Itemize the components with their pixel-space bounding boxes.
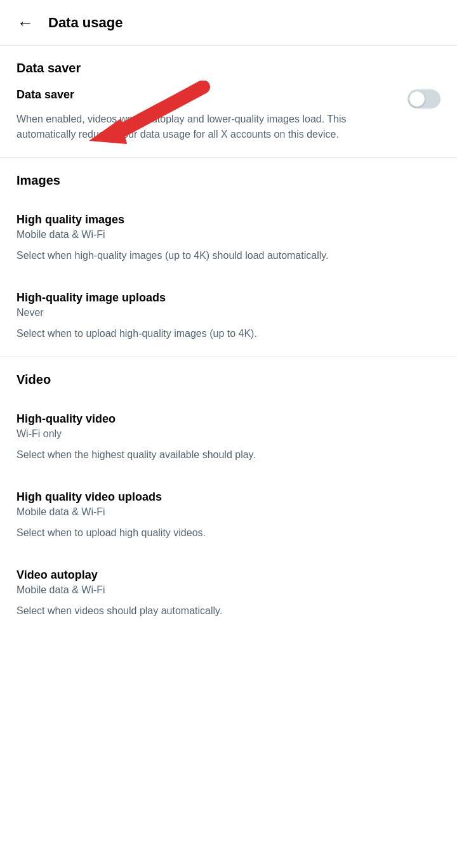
data-saver-toggle[interactable] [407,89,440,109]
data-saver-setting-row: Data saver When enabled, videos won't au… [17,88,440,157]
high-quality-video-description: Select when the highest quality availabl… [17,440,440,478]
video-autoplay-item[interactable]: Video autoplay Mobile data & Wi-Fi [17,556,440,596]
page-title: Data usage [48,15,123,31]
high-quality-video-item[interactable]: High-quality video Wi-Fi only [17,400,440,440]
high-quality-video-value: Wi-Fi only [17,428,440,440]
toggle-knob [409,91,425,107]
high-quality-images-item[interactable]: High quality images Mobile data & Wi-Fi [17,201,440,240]
high-quality-video-name: High-quality video [17,412,440,426]
high-quality-video-uploads-item[interactable]: High quality video uploads Mobile data &… [17,478,440,518]
images-section-title: Images [17,173,440,188]
high-quality-images-description: Select when high-quality images (up to 4… [17,240,440,279]
high-quality-image-uploads-name: High-quality image uploads [17,291,440,305]
data-saver-name: Data saver [17,88,395,102]
video-autoplay-description: Select when videos should play automatic… [17,596,440,634]
data-saver-section-title: Data saver [17,61,440,76]
data-saver-toggle-container[interactable] [407,88,440,109]
high-quality-video-uploads-value: Mobile data & Wi-Fi [17,506,440,518]
video-autoplay-value: Mobile data & Wi-Fi [17,584,440,596]
high-quality-images-name: High quality images [17,213,440,227]
images-section: Images High quality images Mobile data &… [0,158,457,357]
high-quality-video-uploads-description: Select when to upload high quality video… [17,518,440,556]
data-saver-content: Data saver When enabled, videos won't au… [17,88,407,157]
video-section-title: Video [17,372,440,387]
data-saver-section: Data saver Data saver When enabled, vide… [0,46,457,158]
back-button[interactable]: ← [13,10,38,36]
back-arrow-icon: ← [17,15,34,31]
high-quality-image-uploads-value: Never [17,307,440,319]
data-saver-description: When enabled, videos won't autoplay and … [17,104,395,157]
video-section: Video High-quality video Wi-Fi only Sele… [0,357,457,634]
header: ← Data usage [0,0,457,46]
video-autoplay-name: Video autoplay [17,569,440,582]
high-quality-image-uploads-description: Select when to upload high-quality image… [17,319,440,357]
high-quality-video-uploads-name: High quality video uploads [17,490,440,504]
high-quality-image-uploads-item[interactable]: High-quality image uploads Never [17,279,440,319]
high-quality-images-value: Mobile data & Wi-Fi [17,229,440,240]
